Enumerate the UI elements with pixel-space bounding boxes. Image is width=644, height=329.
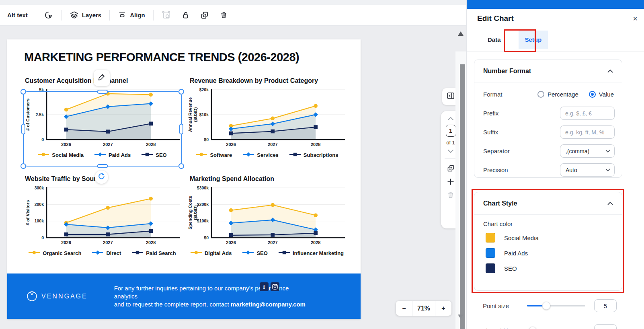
vertical-scrollbar-thumb[interactable] xyxy=(460,64,465,329)
chart-title: Revenue Breakdown by Product Category xyxy=(190,77,346,84)
chevron-down-icon xyxy=(605,169,610,172)
precision-value: Auto xyxy=(566,167,577,173)
design-canvas[interactable]: MARKETING PERFORMANCE TRENDS (2026-2028)… xyxy=(0,26,466,329)
tab-data[interactable]: Data xyxy=(481,31,507,49)
pointer-click-button[interactable] xyxy=(44,11,53,20)
slider-thumb[interactable] xyxy=(529,327,537,329)
svg-text:2027: 2027 xyxy=(103,240,113,245)
close-icon[interactable]: × xyxy=(633,14,638,23)
legend-marker-icon xyxy=(242,249,254,257)
panel-tabs: Data Setup xyxy=(467,28,644,51)
alt-text-button[interactable]: Alt text xyxy=(7,12,28,19)
chart-website-traffic[interactable]: Website Traffic by Source 0100k200k300k2… xyxy=(23,175,181,257)
radio-value-circle[interactable] xyxy=(589,91,596,98)
suffix-label: Suffix xyxy=(483,129,560,136)
venngage-logo-icon xyxy=(27,291,37,302)
tab-setup[interactable]: Setup xyxy=(519,31,548,49)
svg-text:2.5k: 2.5k xyxy=(36,112,44,117)
slider-thumb[interactable] xyxy=(542,302,550,310)
precision-select[interactable]: Auto xyxy=(560,163,615,177)
footer-social-icons: f xyxy=(260,282,279,291)
svg-text:($USD): ($USD) xyxy=(193,107,198,122)
value-label: Value xyxy=(599,91,614,98)
legend-item: Software xyxy=(195,151,232,158)
legend-item: Direct xyxy=(92,249,121,257)
zoom-level[interactable]: 71% xyxy=(412,301,435,316)
svg-text:0: 0 xyxy=(41,137,44,142)
align-button[interactable]: Align xyxy=(118,11,145,20)
chart-legend: Organic Search Direct Paid Search xyxy=(23,249,181,257)
venngage-logo: VENNGAGE xyxy=(27,291,88,302)
group-button xyxy=(162,10,171,20)
chart-color-label: Chart color xyxy=(483,220,613,227)
drag-edit-button[interactable] xyxy=(94,70,110,86)
number-format-card: Number Format Format Percentage Value Pr… xyxy=(474,60,622,178)
legend-item: Social Media xyxy=(37,151,84,158)
legend-item: Subscriptions xyxy=(289,151,338,158)
color-name: Paid Ads xyxy=(504,250,528,257)
lock-button[interactable] xyxy=(181,11,190,19)
footer-email: marketing@company.com xyxy=(231,301,306,308)
separator-label: Separator xyxy=(483,148,560,154)
point-size-slider[interactable] xyxy=(527,305,585,306)
duplicate-button[interactable] xyxy=(200,11,209,20)
delete-button[interactable] xyxy=(219,11,228,19)
svg-text:$300k: $300k xyxy=(197,185,209,190)
color-row-social-media: Social Media xyxy=(486,233,613,243)
zoom-in-button[interactable]: + xyxy=(435,301,451,316)
scroll-up-arrow[interactable] xyxy=(458,31,464,36)
legend-label: Influencer Marketing xyxy=(293,250,344,256)
chart-customer-acquisition[interactable]: Customer Acquisition by Channel 02.5k5k2… xyxy=(23,77,181,158)
footer-line2: and to request the complete report, cont… xyxy=(114,301,231,308)
radio-percentage-circle[interactable] xyxy=(537,91,544,98)
svg-text:2026: 2026 xyxy=(61,240,71,245)
chart-style-title: Chart Style xyxy=(483,200,517,207)
precision-label: Precision xyxy=(483,167,560,173)
chart-plot-area: $0$10k$20k202620272028Annual Revenue($US… xyxy=(188,87,346,148)
point-size-value[interactable]: 5 xyxy=(594,299,617,312)
selection-handle-sw[interactable] xyxy=(21,163,26,169)
layers-button[interactable]: Layers xyxy=(70,10,101,20)
line-width-value[interactable]: 2 xyxy=(594,324,617,329)
chart-marketing-spend[interactable]: Marketing Spend Allocation $0$100k$200k$… xyxy=(188,175,346,257)
svg-text:2026: 2026 xyxy=(226,240,236,245)
page-down-button[interactable] xyxy=(447,149,454,153)
selection-handle-se[interactable] xyxy=(178,163,184,169)
toolbar-divider xyxy=(61,10,62,21)
scroll-down-arrow[interactable] xyxy=(458,315,464,319)
point-size-label: Point size xyxy=(483,302,527,309)
collapse-panel-icon xyxy=(446,91,455,102)
separator-value: ,(comma) xyxy=(566,148,589,154)
suffix-input[interactable] xyxy=(560,125,615,139)
svg-text:0: 0 xyxy=(41,235,44,240)
document-page[interactable]: MARKETING PERFORMANCE TRENDS (2026-2028)… xyxy=(7,39,361,319)
document-footer: VENNGAGE For any further inquiries perta… xyxy=(7,273,361,319)
legend-marker-icon xyxy=(131,249,144,257)
color-swatch-paid-ads[interactable] xyxy=(486,248,495,258)
delete-page-button[interactable] xyxy=(447,191,455,199)
current-page-box[interactable]: 1 xyxy=(446,125,456,137)
color-swatch-social-media[interactable] xyxy=(486,233,495,243)
collapse-section-icon[interactable] xyxy=(607,69,613,73)
prefix-input[interactable] xyxy=(560,107,615,120)
duplicate-page-button[interactable] xyxy=(447,164,455,173)
panel-header: Edit Chart × xyxy=(467,9,644,28)
layers-icon xyxy=(70,10,79,20)
chart-style-card: Chart Style Chart color Social Media Pai… xyxy=(474,192,622,291)
number-format-title: Number Format xyxy=(483,68,531,75)
chart-revenue-breakdown[interactable]: Revenue Breakdown by Product Category $0… xyxy=(188,77,346,158)
separator-select[interactable]: ,(comma) xyxy=(560,144,615,158)
pointer-click-icon xyxy=(44,11,53,20)
zoom-out-button[interactable]: − xyxy=(396,301,412,316)
line-width-row: Line width 2 xyxy=(474,323,622,329)
collapse-section-icon[interactable] xyxy=(607,202,613,205)
add-page-button[interactable] xyxy=(447,178,455,186)
rotate-button[interactable] xyxy=(95,171,108,184)
radio-percentage[interactable]: Percentage xyxy=(537,91,578,98)
align-label: Align xyxy=(130,12,145,19)
page-up-button[interactable] xyxy=(447,117,454,121)
selection-handle-s[interactable] xyxy=(97,164,108,168)
svg-text:2027: 2027 xyxy=(268,240,277,245)
color-swatch-seo[interactable] xyxy=(486,263,495,273)
radio-value[interactable]: Value xyxy=(589,91,614,98)
